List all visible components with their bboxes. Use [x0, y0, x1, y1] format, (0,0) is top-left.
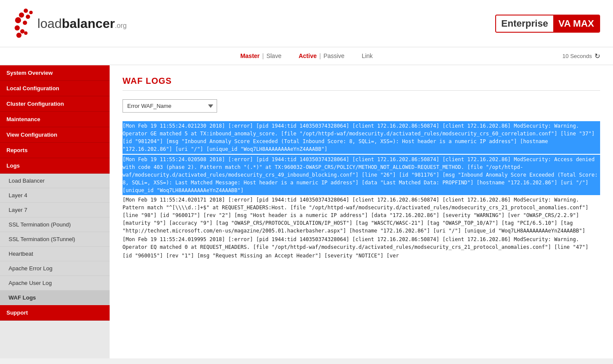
log-normal-2: [Mon Feb 19 11:55:24.019995 2018] [:erro… [123, 236, 600, 251]
nav-master-slave[interactable]: Master | Slave [232, 51, 290, 61]
logo-area: loadbalancer.org [13, 7, 127, 40]
main-layout: System Overview Local Configuration Clus… [0, 65, 613, 358]
nav-refresh[interactable]: 10 Seconds ↻ [562, 52, 600, 60]
sidebar-item-waf-logs[interactable]: WAF Logs [0, 291, 110, 305]
logo-icon [13, 7, 37, 40]
logo-wordmark: loadbalancer.org [37, 16, 127, 31]
master-link[interactable]: Master [240, 52, 260, 59]
link-label[interactable]: Link [362, 52, 373, 59]
sidebar-item-reports[interactable]: Reports [0, 143, 110, 158]
sidebar-item-layer4[interactable]: Layer 4 [0, 188, 110, 203]
sidebar: System Overview Local Configuration Clus… [0, 65, 110, 358]
dropdown-row: Error WAF_Name Access WAF_Name [123, 99, 600, 113]
svg-point-8 [16, 33, 21, 38]
svg-point-0 [24, 9, 28, 13]
log-area: [Mon Feb 19 11:55:24.021230 2018] [:erro… [123, 121, 600, 260]
sidebar-item-ssl-pound[interactable]: SSL Termination (Pound) [0, 217, 110, 232]
svg-point-9 [24, 31, 28, 35]
sidebar-item-system-overview[interactable]: System Overview [0, 65, 110, 81]
sidebar-item-logs[interactable]: Logs [0, 158, 110, 174]
main-content: WAF Logs Error WAF_Name Access WAF_Name … [110, 65, 613, 358]
sidebar-item-cluster-configuration[interactable]: Cluster Configuration [0, 96, 110, 112]
svg-point-7 [20, 29, 25, 34]
log-normal-1: [Mon Feb 19 11:55:24.020171 2018] [:erro… [123, 196, 600, 235]
sidebar-item-view-configuration[interactable]: View Configuration [0, 127, 110, 143]
svg-point-5 [23, 21, 27, 25]
sidebar-item-load-balancer[interactable]: Load Balancer [0, 174, 110, 188]
passive-link[interactable]: Passive [323, 52, 344, 59]
sidebar-item-layer7[interactable]: Layer 7 [0, 203, 110, 217]
page-title: WAF Logs [123, 76, 600, 91]
active-link[interactable]: Active [299, 52, 317, 59]
waf-name-select[interactable]: Error WAF_Name Access WAF_Name [123, 99, 217, 113]
svg-point-4 [15, 17, 21, 23]
header: loadbalancer.org Enterprise VA MAX [0, 0, 613, 47]
vamax-label: VA MAX [553, 15, 599, 32]
log-highlighted-1: [Mon Feb 19 11:55:24.021230 2018] [:erro… [123, 121, 600, 154]
sidebar-item-apache-error[interactable]: Apache Error Log [0, 261, 110, 276]
svg-point-6 [15, 25, 20, 31]
nav-active-passive[interactable]: Active | Passive [290, 51, 353, 61]
sidebar-item-ssl-stunnel[interactable]: SSL Termination (STunnel) [0, 232, 110, 247]
nav-bar: Master | Slave Active | Passive Link 10 … [0, 47, 613, 65]
svg-point-3 [26, 15, 30, 19]
nav-link[interactable]: Link [353, 51, 381, 61]
refresh-icon[interactable]: ↻ [595, 52, 600, 60]
slave-link[interactable]: Slave [267, 52, 282, 59]
svg-point-1 [29, 11, 33, 14]
log-highlighted-2: [Mon Feb 19 11:55:24.020508 2018] [:erro… [123, 155, 600, 195]
sidebar-item-local-configuration[interactable]: Local Configuration [0, 81, 110, 96]
refresh-seconds: 10 Seconds [562, 53, 592, 59]
sidebar-item-heartbeat[interactable]: Heartbeat [0, 247, 110, 261]
sidebar-item-support[interactable]: Support [0, 305, 110, 321]
enterprise-badge: Enterprise VA MAX [495, 15, 600, 33]
svg-point-2 [19, 12, 24, 18]
sidebar-item-maintenance[interactable]: Maintenance [0, 112, 110, 127]
log-normal-3: [id "960015"] [rev "1"] [msg "Request Mi… [123, 252, 600, 260]
sidebar-item-apache-user[interactable]: Apache User Log [0, 276, 110, 291]
enterprise-label: Enterprise [496, 15, 553, 32]
